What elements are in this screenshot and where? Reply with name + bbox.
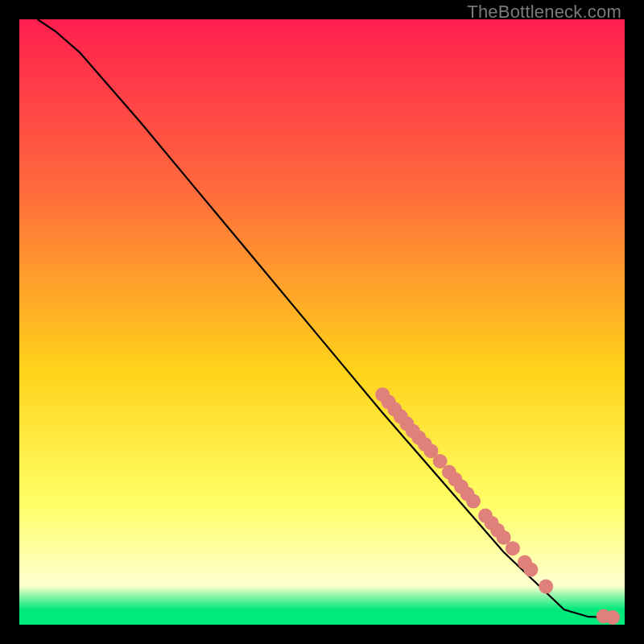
data-point [539, 580, 553, 594]
data-point [523, 563, 538, 577]
chart-area [19, 19, 625, 625]
data-point [506, 541, 520, 555]
data-point [466, 494, 481, 509]
chart-overlay [19, 19, 625, 625]
data-point [605, 610, 620, 625]
data-point-cluster [375, 387, 620, 625]
bottleneck-curve [38, 19, 613, 617]
